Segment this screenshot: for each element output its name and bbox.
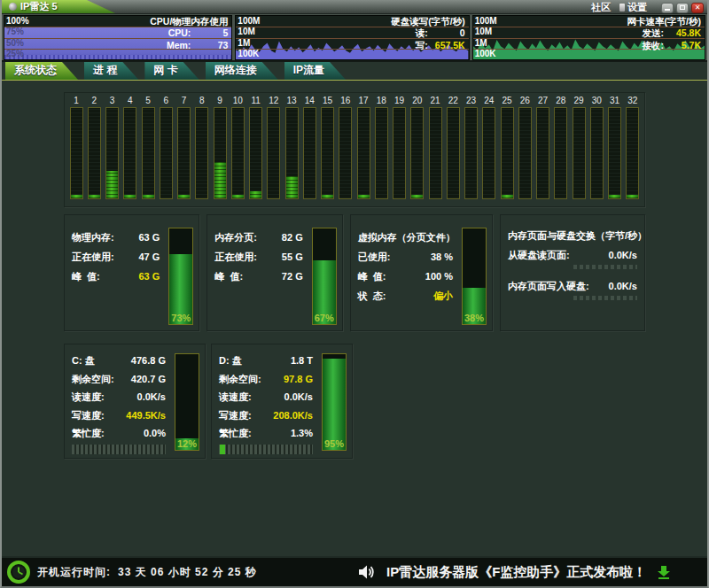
tab-3[interactable]: 网络连接 [206,62,278,80]
tab-4[interactable]: IP流量 [284,62,346,80]
core-gauge-1: 1 [67,95,85,201]
maximize-button[interactable] [676,3,689,13]
cpu-panel-title: CPU/物理内存使用 [150,16,228,27]
title-badge: IP雷达 5 [2,0,206,13]
row-value: 208.0K/s [273,406,313,425]
row-value: 47 G [139,247,160,267]
gauge-percent-label: 67% [313,313,336,323]
core-bar [410,107,424,199]
nic-send-readout: 发送:45.8K [627,27,701,39]
core-bar [482,107,495,199]
top-graph-strip: 100%75%50%25% CPU/物理内存使用 CPU:5 Mem:73 10… [2,13,707,62]
core-bar [142,107,155,199]
core-bar [249,107,262,199]
disk-d-busy-bar [219,445,313,454]
cpu-memory-graph-panel: 100%75%50%25% CPU/物理内存使用 CPU:5 Mem:73 [4,15,232,60]
scale-label: 100K [475,49,497,59]
minimize-button[interactable] [661,3,674,13]
core-gauge-29: 29 [570,95,588,201]
community-button[interactable]: 社区 [591,1,611,14]
tab-2[interactable]: 网 卡 [144,62,199,80]
row-label: 内存分页: [214,228,257,247]
core-gauge-3: 3 [104,95,121,201]
core-bar [267,107,280,199]
announcement-text[interactable]: IP雷达服务器版《F监控助手》正式发布啦！ [386,564,646,581]
panel-row: 从硬盘读页面:0.0K/s [508,245,637,265]
gauge-percent-label: 73% [169,313,192,323]
row-value: 55 G [282,247,303,267]
download-icon[interactable] [657,565,671,579]
core-number: 16 [337,95,354,107]
core-number: 19 [391,95,409,107]
core-bar [285,107,299,199]
core-gauge-9: 9 [211,95,229,201]
tab-bar: 系统状态进 程网 卡网络连接IP流量 [2,62,707,81]
row-label: 剩余空间: [72,370,114,389]
panel-row: 正在使用:47 G [72,247,160,267]
nic-recv-readout: 接收:5.7K [627,40,701,51]
panel-row: 读速度:0.0K/s [72,388,166,406]
core-bar [321,107,334,199]
cpu-history-graph [4,55,231,59]
scale-label: 75% [6,27,29,37]
row-label: 繁忙度: [219,424,252,443]
physical-memory-panel: 物理内存:63 G正在使用:47 G峰 值:63 G 73% [64,214,199,331]
speaker-icon[interactable] [358,564,376,580]
disk-d-gauge: 95% [322,353,347,451]
row-label: 写速度: [219,406,252,425]
tab-0[interactable]: 系统状态 [5,62,78,80]
core-bar [357,107,370,199]
physical-memory-gauge: 73% [168,228,193,325]
app-window: IP雷达 5 社区 设置 ✕ 100%75%50%25% CPU/物理内存使用 … [0,0,709,588]
gauge-percent-label: 38% [463,313,486,323]
core-gauge-25: 25 [498,95,516,201]
window-title: IP雷达 5 [20,0,58,13]
swap-history-bar [573,265,637,269]
row-value: 0.0% [144,424,166,443]
row-label: 正在使用: [214,247,257,267]
nic-panel-title: 网卡速率(字节/秒) [627,16,701,27]
core-gauge-22: 22 [444,95,462,201]
announcement-block: IP雷达服务器版《F监控助手》正式发布啦！ [358,558,671,586]
panel-row: 峰 值:63 G [72,267,160,286]
core-bar [214,107,227,199]
clock-icon [7,561,30,584]
tab-1[interactable]: 进 程 [84,62,138,80]
panel-row: 内存分页:82 G [214,228,302,247]
panel-row: 剩余空间:420.7 G [72,370,166,389]
row-value: 1.3% [291,424,313,443]
system-status-content: 1234567891011121314151617181920212223242… [2,81,707,459]
core-gauge-23: 23 [463,95,480,201]
scale-label: 100K [238,49,260,59]
core-number: 13 [283,95,300,107]
swap-panel-title: 内存页面与硬盘交换（字节/秒） [508,226,637,245]
row-value: 449.5K/s [126,406,166,425]
row-value: 0.0K/s [609,276,637,296]
disk-write-readout: 写:657.5K [391,40,464,51]
row-label: 峰 值: [72,267,100,286]
row-value: 偏小 [433,286,453,306]
memory-paging-panel: 内存分页:82 G正在使用:55 G峰 值:72 G 67% [206,214,342,331]
settings-icon [619,4,625,12]
core-bar [447,107,460,199]
core-number: 10 [229,95,246,107]
core-number: 4 [121,95,139,107]
panel-row: 繁忙度:0.0% [72,424,166,443]
core-number: 1 [67,95,85,107]
scale-label: 100M [238,16,260,27]
panel-row: 剩余空间:97.8 G [219,370,313,389]
core-number: 9 [211,95,229,107]
row-label: 写速度: [72,406,105,425]
core-number: 14 [300,95,318,107]
scale-label: 10M [475,27,497,37]
cpu-cores-panel: 1234567891011121314151617181920212223242… [64,92,645,207]
panel-row: 已使用:38 % [358,247,453,267]
settings-button[interactable]: 设置 [619,1,647,14]
row-value: 63 G [139,267,160,286]
disk-io-graph-panel: 100M10M1M100K 硬盘读写(字节/秒) 读:0 写:657.5K [235,15,469,60]
network-graph-panel: 100M10M1M100K 网卡速率(字节/秒) 发送:45.8K 接收:5.7… [472,15,705,60]
core-gauge-12: 12 [265,95,283,201]
close-button[interactable]: ✕ [691,3,704,13]
core-bar [626,107,639,199]
scale-label: 1M [475,38,497,49]
